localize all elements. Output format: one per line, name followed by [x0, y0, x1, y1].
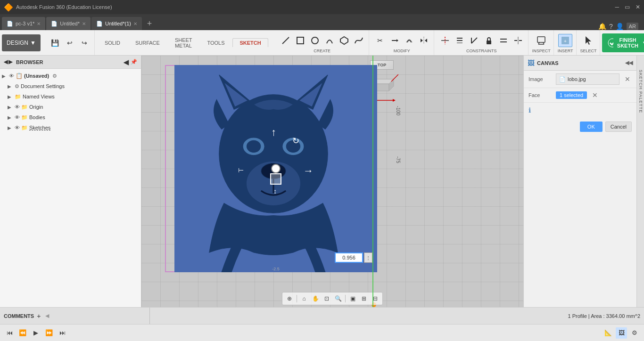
eye-sketches-icon[interactable]: 👁 — [15, 125, 20, 130]
transform-handle-down[interactable]: ↕ — [273, 187, 277, 195]
browser-nav-prev[interactable]: ◀ — [4, 59, 8, 65]
nav-pan-button[interactable]: ✋ — [310, 293, 321, 304]
browser-pin[interactable]: 📌 — [131, 59, 137, 65]
help-icon[interactable]: ? — [609, 23, 613, 30]
settings-icon[interactable]: ⚙ — [52, 73, 57, 79]
transform-arrow-up[interactable]: ↑ — [271, 126, 276, 138]
transform-center-handle[interactable] — [271, 164, 281, 173]
account-icon[interactable]: 👤 — [616, 23, 624, 30]
timeline-prev-button[interactable]: ⏪ — [17, 327, 28, 339]
trim-tool[interactable]: ✂ — [373, 34, 387, 47]
offset-tool[interactable] — [402, 34, 416, 47]
tab-pc3[interactable]: 📄 pc-3 v1* ✕ — [2, 17, 45, 30]
browser-item-origin[interactable]: ▶ 👁 📁 Origin — [0, 102, 141, 112]
browser-item-doc-settings[interactable]: ▶ ⚙ Document Settings — [0, 81, 141, 91]
finish-sketch-button[interactable]: FINISH SKETCH ▼ — [602, 33, 644, 52]
expand-sketches-icon: ▶ — [8, 125, 13, 130]
save-button[interactable]: 💾 — [48, 36, 62, 49]
circle-tool[interactable] — [308, 34, 322, 47]
tab-sheet-metal[interactable]: SHEET METAL — [168, 35, 199, 50]
comments-label: COMMENTS — [4, 313, 34, 319]
panel-prev-icon[interactable]: ◀◀ — [625, 60, 633, 66]
timeline-last-button[interactable]: ⏭ — [57, 327, 68, 339]
timeline-play-button[interactable]: ▶ — [30, 327, 41, 339]
tab-untitled1[interactable]: 📄 Untitled* ✕ — [46, 17, 91, 30]
sketches-label: Sketches — [29, 125, 50, 130]
folder-bodies-icon: 📁 — [21, 114, 28, 121]
sketch-palette-tab[interactable]: SKETCH PALETTE — [636, 56, 644, 307]
perpendicular-tool[interactable] — [467, 34, 481, 47]
eye-origin-icon[interactable]: 👁 — [15, 104, 20, 110]
eye-bodies-icon[interactable]: 👁 — [15, 114, 20, 120]
cancel-button[interactable]: Cancel — [605, 122, 632, 132]
tab-untitled2[interactable]: 📄 Untitled*(1) ✕ — [91, 17, 142, 30]
lock-tool[interactable] — [482, 34, 496, 47]
app-icon: 🔶 — [4, 3, 13, 12]
nav-cursor-button[interactable]: ⊕ — [284, 293, 295, 304]
value-menu-button[interactable]: ⋮ — [364, 252, 372, 263]
transform-rotate-handle[interactable]: ↻ — [292, 136, 299, 146]
tab-surface[interactable]: SURFACE — [128, 38, 167, 47]
design-button[interactable]: DESIGN ▼ — [2, 34, 41, 51]
timeline-next-button[interactable]: ⏩ — [43, 327, 55, 339]
timeline-first-button[interactable]: ⏮ — [4, 327, 15, 339]
file-icon: 📄 — [559, 76, 566, 82]
browser-item-root[interactable]: ▶ 👁 📋 (Unsaved) ⚙ — [0, 71, 141, 81]
tab-untitled1-close[interactable]: ✕ — [82, 21, 86, 26]
timeline-settings-button[interactable]: ⚙ — [629, 327, 640, 339]
coincident-tool[interactable] — [438, 34, 452, 47]
undo-button[interactable]: ↩ — [63, 36, 77, 49]
tab-solid[interactable]: SOLID — [98, 38, 127, 47]
nav-snap-button[interactable]: ⊟ — [370, 293, 380, 304]
comments-add-button[interactable]: + — [37, 312, 41, 320]
browser-item-named-views[interactable]: ▶ 📁 Named Views — [0, 91, 141, 102]
face-selected-button[interactable]: 1 selected — [556, 91, 587, 99]
browser-item-bodies[interactable]: ▶ 👁 📁 Bodies — [0, 112, 141, 122]
line-tool[interactable] — [279, 34, 293, 47]
insert-canvas-tool[interactable]: + — [558, 34, 572, 47]
polygon-tool[interactable] — [337, 34, 351, 47]
nav-display-button[interactable]: ▣ — [347, 293, 358, 304]
value-input[interactable] — [335, 252, 363, 263]
redo-button[interactable]: ↪ — [77, 36, 91, 49]
mirror-tool[interactable] — [417, 34, 431, 47]
select-tool[interactable] — [581, 34, 595, 47]
rectangle-tool[interactable] — [293, 34, 307, 47]
canvas-nav-bar: ⊕ ⌂ ✋ ⊡ 🔍 ▣ ⊞ ⊟ — [282, 292, 383, 305]
nav-zoom-fit-button[interactable]: ⊡ — [322, 293, 332, 304]
transform-handle-left[interactable]: ⊢ — [238, 166, 244, 174]
ok-button[interactable]: OK — [580, 122, 603, 132]
notification-icon[interactable]: 🔔 — [598, 23, 606, 30]
image-clear-button[interactable]: ✕ — [623, 75, 632, 83]
equal-tool[interactable] — [496, 34, 511, 47]
browser-nav-next[interactable]: ▶ — [8, 59, 12, 65]
arc-tool[interactable] — [322, 34, 337, 47]
sketch-palette-label[interactable]: SKETCH PALETTE — [638, 70, 643, 113]
extend-tool[interactable] — [388, 34, 402, 47]
close-button[interactable]: ✕ — [636, 4, 640, 10]
new-tab-button[interactable]: + — [143, 17, 156, 30]
finish-sketch-dropdown-icon: ▼ — [642, 40, 644, 46]
tab-untitled2-close[interactable]: ✕ — [133, 21, 137, 26]
visibility-root-icon[interactable]: 👁 — [9, 73, 14, 79]
spline-tool[interactable] — [352, 34, 366, 47]
tab-sketch[interactable]: SKETCH — [232, 38, 268, 47]
browser-collapse[interactable]: ◀ — [124, 58, 129, 66]
inspect-tool[interactable] — [534, 34, 548, 47]
tab-pc3-close[interactable]: ✕ — [37, 21, 41, 26]
transform-arrow-right[interactable]: → — [303, 165, 314, 177]
maximize-button[interactable]: ▭ — [625, 4, 630, 10]
minimize-button[interactable]: ─ — [615, 4, 619, 10]
nav-zoom-button[interactable]: 🔍 — [333, 293, 343, 304]
tab-tools[interactable]: TOOLS — [200, 38, 231, 47]
timeline-model-view-button[interactable]: 📐 — [603, 327, 614, 339]
symmetry-tool[interactable] — [511, 34, 525, 47]
parallel-tool[interactable] — [453, 34, 467, 47]
timeline-canvas-button[interactable]: 🖼 — [616, 327, 627, 339]
transform-box-handle[interactable] — [270, 173, 281, 185]
nav-home-button[interactable]: ⌂ — [299, 293, 309, 304]
nav-grid-button[interactable]: ⊞ — [359, 293, 369, 304]
canvas-area[interactable]: TOP — [141, 56, 523, 307]
face-clear-button[interactable]: ✕ — [591, 91, 599, 99]
browser-item-sketches[interactable]: ▶ 👁 📁 Sketches — [0, 122, 141, 133]
